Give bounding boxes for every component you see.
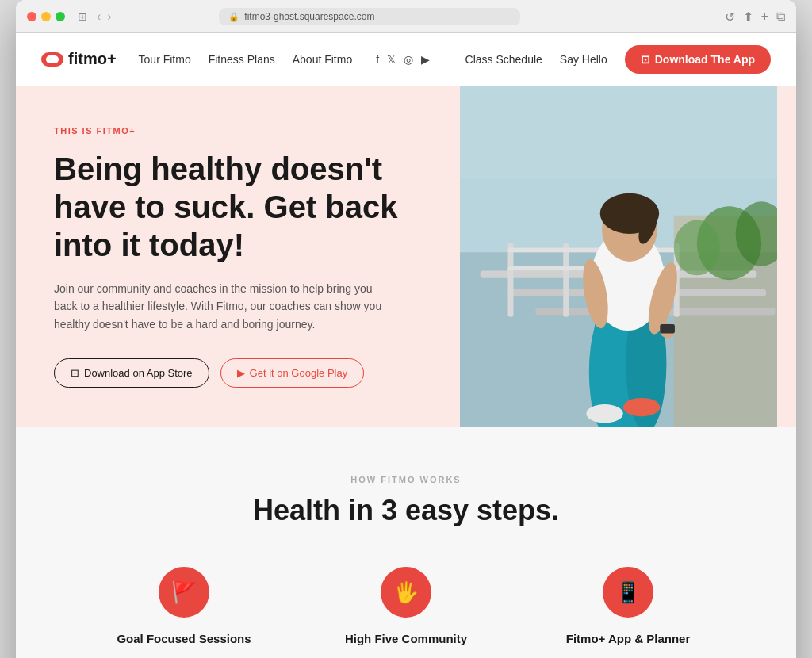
step-community-body: Laborum nulla magna irure elit do dolor … xyxy=(319,655,493,658)
traffic-lights xyxy=(27,12,65,21)
window-controls: ⊞ xyxy=(78,10,87,23)
hero-heading: Being healthy doesn't have to suck. Get … xyxy=(54,150,422,264)
nav-link-schedule[interactable]: Class Schedule xyxy=(465,53,542,66)
svg-rect-6 xyxy=(508,243,513,317)
hero-eyebrow: THIS IS FITMO+ xyxy=(54,126,422,136)
nav-link-about[interactable]: About Fitmo xyxy=(293,53,352,66)
nav-link-tour[interactable]: Tour Fitmo xyxy=(139,53,191,66)
hero-buttons: ⊡ Download on App Store ▶ Get it on Goog… xyxy=(54,358,422,388)
step-app: 📱 Fitmo+ App & Planner Laborum nulla mag… xyxy=(541,567,715,658)
svg-point-15 xyxy=(586,404,623,423)
appstore-label: Download on App Store xyxy=(84,367,193,379)
hero-body: Join our community and coaches in the mi… xyxy=(54,280,387,333)
step-goal-title: Goal Focused Sessions xyxy=(117,632,251,645)
website: fitmo+ Tour Fitmo Fitness Plans About Fi… xyxy=(16,33,796,658)
browser-chrome: ⊞ ‹ › 🔒 fitmo3-ghost.squarespace.com ↺ ⬆… xyxy=(16,0,796,33)
close-button[interactable] xyxy=(27,12,36,21)
hero-content: THIS IS FITMO+ Being healthy doesn't hav… xyxy=(16,86,460,427)
hero-section: THIS IS FITMO+ Being healthy doesn't hav… xyxy=(16,86,796,427)
logo-text: fitmo+ xyxy=(68,50,117,68)
social-links: f 𝕏 ◎ ▶ xyxy=(376,53,430,66)
step-app-title: Fitmo+ App & Planner xyxy=(566,632,691,645)
lock-icon: 🔒 xyxy=(228,12,239,22)
address-bar[interactable]: 🔒 fitmo3-ghost.squarespace.com xyxy=(219,8,520,25)
nav-links: Tour Fitmo Fitness Plans About Fitmo f 𝕏… xyxy=(139,53,465,66)
step-community-icon: 🖐 xyxy=(381,567,431,618)
url-text: fitmo3-ghost.squarespace.com xyxy=(244,11,374,22)
apple-icon: ⊡ xyxy=(71,367,79,379)
step-goal-icon: 🚩 xyxy=(159,567,209,618)
back-button[interactable]: ‹ xyxy=(95,10,102,24)
step-community-title: High Five Community xyxy=(345,632,467,645)
svg-rect-21 xyxy=(660,324,675,334)
how-eyebrow: HOW FITMO WORKS xyxy=(48,475,764,484)
download-app-button[interactable]: ⊡ Download The App xyxy=(625,45,771,74)
step-goal: 🚩 Goal Focused Sessions Laborum nulla ma… xyxy=(97,567,271,658)
browser-actions: ↺ ⬆ + ⧉ xyxy=(725,10,785,25)
appstore-button[interactable]: ⊡ Download on App Store xyxy=(54,358,209,388)
step-community: 🖐 High Five Community Laborum nulla magn… xyxy=(319,567,493,658)
step-app-body: Laborum nulla magna irure elit do dolor … xyxy=(541,655,715,658)
steps-row: 🚩 Goal Focused Sessions Laborum nulla ma… xyxy=(48,567,764,658)
reload-button[interactable]: ↺ xyxy=(725,10,735,25)
browser-window: ⊞ ‹ › 🔒 fitmo3-ghost.squarespace.com ↺ ⬆… xyxy=(16,0,796,658)
download-label: Download The App xyxy=(655,53,755,66)
step-goal-body: Laborum nulla magna irure elit do dolor … xyxy=(97,655,271,658)
youtube-icon[interactable]: ▶ xyxy=(421,53,430,66)
facebook-icon[interactable]: f xyxy=(376,53,379,66)
main-nav: fitmo+ Tour Fitmo Fitness Plans About Fi… xyxy=(16,33,796,86)
tabs-icon[interactable]: ⧉ xyxy=(776,10,785,25)
play-icon: ▶ xyxy=(237,367,245,379)
nav-arrows: ‹ › xyxy=(95,10,113,24)
svg-rect-7 xyxy=(563,243,569,317)
nav-link-hello[interactable]: Say Hello xyxy=(560,53,607,66)
twitter-icon[interactable]: 𝕏 xyxy=(387,53,396,66)
hero-photo xyxy=(460,86,777,427)
logo[interactable]: fitmo+ xyxy=(41,50,117,68)
svg-point-27 xyxy=(674,220,720,276)
new-tab-icon[interactable]: + xyxy=(761,10,768,25)
share-icon[interactable]: ⬆ xyxy=(743,10,753,25)
step-app-icon: 📱 xyxy=(603,567,653,618)
hero-image xyxy=(460,86,777,427)
minimize-button[interactable] xyxy=(41,12,51,21)
forward-button[interactable]: › xyxy=(105,10,113,24)
googleplay-button[interactable]: ▶ Get it on Google Play xyxy=(220,358,365,388)
svg-rect-28 xyxy=(460,86,777,178)
tab-switcher-icon[interactable]: ⊞ xyxy=(78,10,87,23)
svg-point-16 xyxy=(623,398,661,416)
nav-right: Class Schedule Say Hello ⊡ Download The … xyxy=(465,45,771,74)
googleplay-label: Get it on Google Play xyxy=(250,367,348,379)
download-icon: ⊡ xyxy=(641,53,650,66)
nav-link-fitness[interactable]: Fitness Plans xyxy=(209,53,275,66)
how-heading: Health in 3 easy steps. xyxy=(48,494,764,527)
logo-icon xyxy=(41,52,63,67)
how-section: HOW FITMO WORKS Health in 3 easy steps. … xyxy=(16,427,796,658)
instagram-icon[interactable]: ◎ xyxy=(404,53,413,66)
maximize-button[interactable] xyxy=(56,12,65,21)
